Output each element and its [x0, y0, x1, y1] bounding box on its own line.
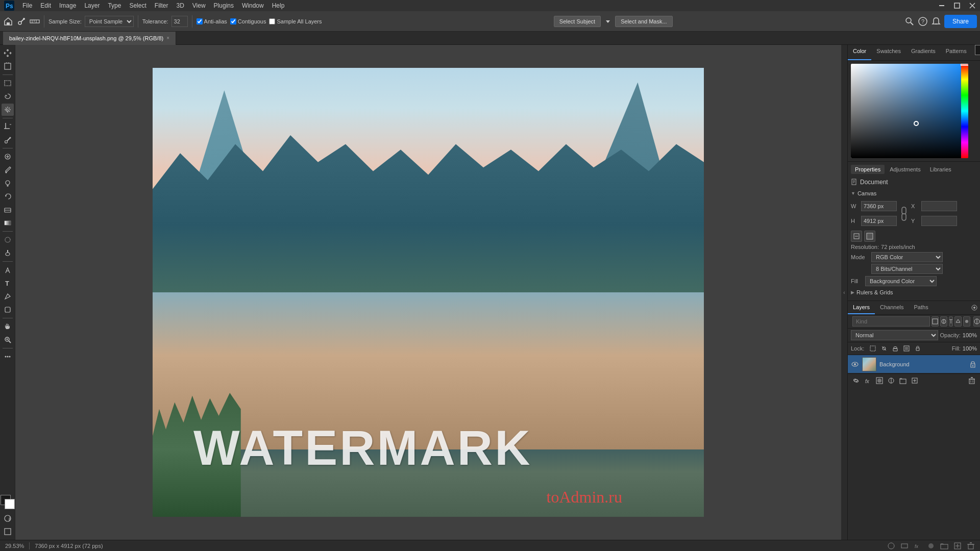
- menu-file[interactable]: File: [22, 2, 32, 9]
- tolerance-input[interactable]: 32: [172, 16, 188, 27]
- healing-tool[interactable]: [2, 151, 14, 163]
- tab-close-button[interactable]: ×: [166, 35, 169, 41]
- sample-all-label[interactable]: Sample All Layers: [269, 18, 322, 24]
- color-fg-bg[interactable]: [975, 45, 980, 60]
- status-trash-icon[interactable]: [967, 542, 975, 550]
- status-folder-icon[interactable]: [940, 542, 948, 550]
- panel-collapse-button[interactable]: ‹: [841, 45, 847, 540]
- gradient-tool[interactable]: [2, 217, 14, 229]
- chain-icon[interactable]: [899, 206, 909, 221]
- type-tool[interactable]: T: [2, 277, 14, 289]
- lock-image-icon[interactable]: [879, 344, 889, 353]
- status-icon1[interactable]: [887, 542, 895, 550]
- artboard-tool[interactable]: [2, 60, 14, 72]
- menu-3d[interactable]: 3D: [176, 2, 184, 9]
- anti-alias-label[interactable]: Anti-alias: [197, 18, 227, 24]
- fg-bg-color-widget[interactable]: [1, 495, 15, 509]
- close-icon[interactable]: [969, 2, 976, 9]
- eyedrop-tool-icon[interactable]: [16, 16, 27, 27]
- status-fx-icon[interactable]: fx: [914, 542, 922, 550]
- menu-window[interactable]: Window: [242, 2, 264, 9]
- add-mask-button[interactable]: [874, 375, 885, 386]
- shape-tool[interactable]: [2, 304, 14, 316]
- link-layers-button[interactable]: [851, 375, 861, 386]
- magic-wand-tool[interactable]: [2, 104, 14, 116]
- height-input[interactable]: 4912 px: [861, 216, 897, 226]
- menu-layer[interactable]: Layer: [84, 2, 100, 9]
- move-tool[interactable]: [2, 47, 14, 59]
- lock-all-icon[interactable]: [913, 344, 922, 353]
- home-icon[interactable]: [3, 16, 13, 27]
- quick-mask-icon[interactable]: [2, 512, 14, 524]
- layer-filter-pixel[interactable]: [932, 316, 939, 327]
- delete-layer-button[interactable]: [967, 375, 977, 386]
- menu-edit[interactable]: Edit: [40, 2, 51, 9]
- tab-properties[interactable]: Properties: [851, 165, 885, 174]
- layer-item[interactable]: Background: [848, 355, 980, 373]
- subject-dropdown-icon[interactable]: [604, 16, 612, 27]
- select-mask-button[interactable]: Select and Mask...: [615, 16, 673, 27]
- x-input[interactable]: [921, 201, 957, 211]
- menu-view[interactable]: View: [192, 2, 206, 9]
- menu-filter[interactable]: Filter: [155, 2, 168, 9]
- color-foreground[interactable]: [975, 45, 980, 55]
- width-input[interactable]: 7360 px: [861, 201, 897, 211]
- layer-filter-shape[interactable]: [954, 316, 962, 327]
- history-brush-tool[interactable]: [2, 190, 14, 203]
- zoom-tool[interactable]: [2, 334, 14, 346]
- menu-image[interactable]: Image: [59, 2, 76, 9]
- contiguous-label[interactable]: Contiguous: [230, 18, 266, 24]
- layer-filter-adjust[interactable]: [940, 316, 947, 327]
- rect-select-tool[interactable]: [2, 77, 14, 89]
- rulers-section-header[interactable]: Rulers & Grids: [851, 289, 977, 295]
- mode-select[interactable]: RGB Color: [871, 252, 943, 262]
- tab-layers[interactable]: Layers: [848, 301, 875, 314]
- share-button[interactable]: Share: [944, 15, 977, 28]
- layer-lock-icon[interactable]: [969, 360, 977, 368]
- color-spectrum[interactable]: [851, 64, 968, 158]
- layers-search-input[interactable]: [852, 316, 930, 327]
- tab-paths[interactable]: Paths: [909, 301, 934, 314]
- layer-filter-toggle[interactable]: [973, 316, 980, 327]
- menu-select[interactable]: Select: [129, 2, 146, 9]
- status-add-icon[interactable]: [953, 542, 962, 550]
- tab-gradients[interactable]: Gradients: [906, 45, 941, 60]
- layer-visibility-icon[interactable]: [851, 360, 859, 368]
- anti-alias-checkbox[interactable]: [197, 18, 203, 24]
- bit-depth-select[interactable]: 8 Bits/Channel: [871, 264, 943, 274]
- help-icon[interactable]: ?: [918, 16, 928, 27]
- document-tab[interactable]: bailey-zindel-NRQV-hBF10M-unsplash.png @…: [3, 32, 176, 45]
- minimize-icon[interactable]: [938, 2, 945, 9]
- path-select-tool[interactable]: [2, 290, 14, 303]
- more-tools-icon[interactable]: [2, 350, 14, 363]
- sample-size-select[interactable]: Point Sample: [85, 16, 134, 27]
- restore-icon[interactable]: [953, 2, 961, 9]
- menu-type[interactable]: Type: [108, 2, 121, 9]
- tab-libraries[interactable]: Libraries: [926, 165, 955, 174]
- status-mask-icon[interactable]: [927, 542, 935, 550]
- search-icon[interactable]: [904, 16, 915, 27]
- blend-mode-select[interactable]: Normal: [851, 330, 938, 340]
- clone-stamp-tool[interactable]: [2, 177, 14, 189]
- tab-channels[interactable]: Channels: [875, 301, 909, 314]
- eyedropper-tool[interactable]: [2, 134, 14, 146]
- tab-patterns[interactable]: Patterns: [941, 45, 972, 60]
- lock-artboard-icon[interactable]: [902, 344, 911, 353]
- menu-help[interactable]: Help: [272, 2, 285, 9]
- y-input[interactable]: [921, 216, 957, 226]
- lock-position-icon[interactable]: [891, 344, 900, 353]
- background-color[interactable]: [5, 499, 15, 509]
- layer-filter-type[interactable]: T: [949, 316, 953, 327]
- lasso-tool[interactable]: [2, 90, 14, 103]
- canvas-section-header[interactable]: Canvas: [851, 190, 977, 196]
- tab-swatches[interactable]: Swatches: [871, 45, 906, 60]
- dodge-tool[interactable]: [2, 247, 14, 259]
- brush-tool[interactable]: [2, 164, 14, 176]
- layer-filter-smart[interactable]: [963, 316, 970, 327]
- crop-tool[interactable]: [2, 120, 14, 133]
- new-layer-button[interactable]: [910, 375, 920, 386]
- fill-select[interactable]: Background Color: [865, 276, 937, 286]
- hand-tool[interactable]: [2, 320, 14, 333]
- select-subject-button[interactable]: Select Subject: [554, 16, 601, 27]
- fit-canvas-button[interactable]: [851, 231, 862, 242]
